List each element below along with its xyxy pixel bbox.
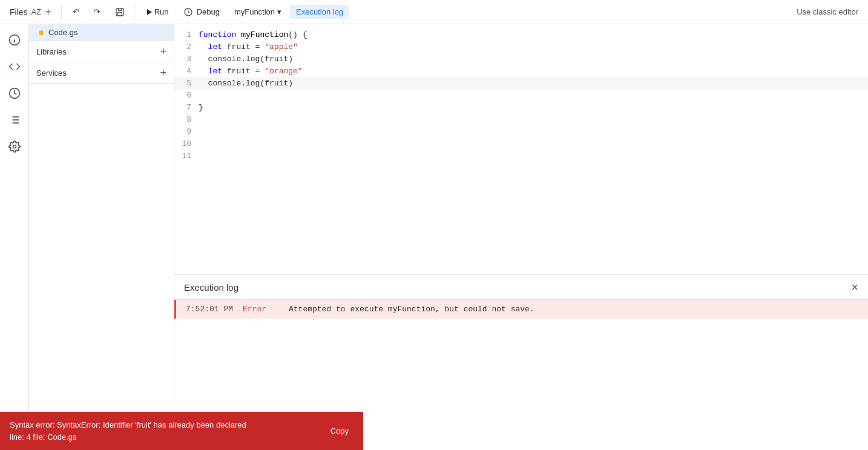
files-section: Code.gs (29, 24, 174, 41)
toolbar-files-section: Files AZ + (5, 7, 56, 18)
toolbar: Files AZ + ↶ ↷ Run Debug myFunction ▾ Ex… (0, 0, 868, 24)
main-layout: Code.gs Libraries + Services + 1 functio… (0, 24, 868, 450)
table-row: 1 function myFunction() { (174, 29, 868, 41)
exec-log-time: 7:52:01 PM (186, 305, 233, 314)
error-line-1: Syntax error: SyntaxError: Identifier 'f… (10, 419, 246, 431)
exec-log-level: Error (243, 305, 279, 314)
exec-log-title: Execution log (184, 282, 238, 293)
error-line-2: line: 4 file: Code.gs (10, 431, 246, 443)
chevron-down-icon: ▾ (277, 7, 281, 16)
libraries-section: Libraries + (29, 41, 174, 62)
libraries-label: Libraries (36, 47, 67, 56)
table-row: 5 console.log(fruit) (174, 78, 868, 90)
file-sidebar: Code.gs Libraries + Services + (29, 24, 174, 450)
exec-log-close-button[interactable]: × (851, 281, 858, 293)
table-row: 10 (174, 138, 868, 150)
svg-point-13 (13, 145, 16, 148)
run-label: Run (154, 7, 169, 16)
undo-button[interactable]: ↶ (67, 5, 85, 19)
files-label: Files (10, 7, 28, 17)
table-row: 8 (174, 114, 868, 126)
code-editor[interactable]: 1 function myFunction() { 2 let fruit = … (174, 24, 868, 274)
exec-log-header: Execution log × (174, 275, 868, 300)
save-button[interactable] (109, 5, 131, 19)
function-selector[interactable]: myFunction ▾ (228, 5, 288, 19)
editor-area: 1 function myFunction() { 2 let fruit = … (174, 24, 868, 450)
code-lines: 1 function myFunction() { 2 let fruit = … (174, 24, 868, 167)
table-row: 11 (174, 150, 868, 162)
add-library-icon[interactable]: + (160, 46, 166, 57)
exec-log-button[interactable]: Execution log (290, 5, 349, 19)
table-row: 3 console.log(fruit) (174, 53, 868, 65)
list-item: 7:52:01 PM Error Attempted to execute my… (174, 300, 868, 319)
add-file-icon[interactable]: + (45, 7, 51, 18)
run-button[interactable]: Run (141, 5, 175, 19)
svg-rect-1 (117, 12, 122, 15)
debug-button[interactable]: Debug (177, 5, 226, 19)
libraries-header[interactable]: Libraries + (29, 41, 174, 62)
table-row: 7 } (174, 102, 868, 114)
copy-error-button[interactable]: Copy (326, 424, 353, 438)
table-row: 9 (174, 126, 868, 138)
sidebar-item-info[interactable] (4, 29, 25, 51)
function-name: myFunction (234, 7, 275, 16)
services-header[interactable]: Services + (29, 62, 174, 83)
use-classic-editor-link[interactable]: Use classic editor (792, 7, 863, 16)
exec-log-message: Attempted to execute myFunction, but cou… (289, 305, 534, 314)
icon-sidebar (0, 24, 29, 450)
toolbar-divider (61, 5, 62, 19)
play-icon (147, 9, 152, 15)
debug-label: Debug (197, 7, 220, 16)
error-toast: Syntax error: SyntaxError: Identifier 'f… (0, 412, 363, 450)
toolbar-divider-2 (136, 5, 136, 19)
file-modified-dot (39, 30, 44, 35)
sidebar-item-triggers[interactable] (4, 82, 25, 104)
services-section: Services + (29, 62, 174, 84)
table-row: 2 let fruit = "apple" (174, 41, 868, 53)
error-toast-text: Syntax error: SyntaxError: Identifier 'f… (10, 419, 246, 443)
exec-log-label: Execution log (296, 7, 343, 16)
add-service-icon[interactable]: + (160, 67, 166, 78)
redo-button[interactable]: ↷ (88, 5, 107, 19)
sidebar-item-settings[interactable] (4, 136, 25, 157)
sort-az-icon[interactable]: AZ (31, 7, 42, 16)
sidebar-item-code[interactable] (4, 56, 25, 78)
sidebar-item-executions[interactable] (4, 109, 25, 131)
table-row: 4 let fruit = "orange" (174, 65, 868, 78)
file-item-code-gs[interactable]: Code.gs (29, 24, 174, 41)
services-label: Services (36, 68, 67, 78)
file-name: Code.gs (48, 28, 77, 37)
table-row: 6 (174, 90, 868, 102)
